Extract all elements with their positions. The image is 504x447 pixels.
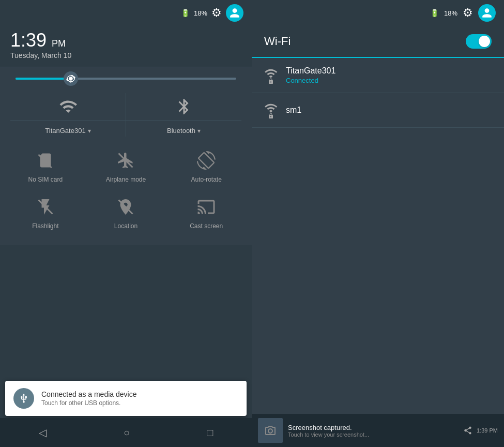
wifi-toggle[interactable] [466, 34, 492, 49]
wifi-network-list: TitanGate301 Connected sm1 [252, 58, 504, 422]
battery-text-right: 18% [444, 9, 457, 17]
screenshot-notification[interactable]: Screenshot captured. Touch to view your … [252, 414, 504, 447]
settings-icon-right[interactable]: ⚙ [463, 6, 473, 20]
bluetooth-tile-label: Bluetooth [167, 127, 195, 135]
usb-notification-title: Connected as a media device [41, 390, 238, 398]
wifi-tile-label: TitanGate301 [45, 127, 85, 135]
right-status-bar: 🔋 18% ⚙ [252, 0, 504, 26]
quick-settings-grid: No SIM card Airplane mode [0, 137, 252, 240]
location-tile[interactable]: Location [86, 188, 166, 235]
no-sim-label: No SIM card [28, 176, 63, 183]
screenshot-subtitle: Touch to view your screenshot... [288, 431, 458, 438]
left-status-bar: 🔋 18% ⚙ [0, 0, 252, 26]
usb-notification-card[interactable]: Connected as a media device Touch for ot… [5, 381, 247, 416]
wifi-item-text-titangate: TitanGate301 Connected [286, 66, 492, 84]
wifi-item-titangate[interactable]: TitanGate301 Connected [252, 58, 504, 93]
flashlight-tile[interactable]: Flashlight [5, 188, 86, 235]
bluetooth-tile[interactable]: Bluetooth ▾ [126, 93, 241, 137]
left-panel: 🔋 18% ⚙ 1:39 PM Tuesday, March 10 [0, 0, 252, 447]
screenshot-share-icon[interactable] [463, 426, 472, 435]
wifi-chevron-icon: ▾ [88, 127, 91, 135]
no-sim-icon [34, 149, 57, 172]
cast-screen-icon [195, 196, 218, 218]
wifi-signal-icon-sm1 [264, 101, 278, 119]
airplane-icon [114, 149, 137, 172]
wifi-item-text-sm1: sm1 [286, 106, 492, 115]
time-display: 1:39 PM [10, 31, 241, 50]
settings-icon-left[interactable]: ⚙ [211, 6, 222, 20]
date-display: Tuesday, March 10 [10, 51, 241, 59]
battery-icon-right: 🔋 [430, 9, 439, 17]
screenshot-actions: 1:39 PM [463, 426, 498, 435]
location-label: Location [114, 222, 138, 230]
user-avatar-right[interactable] [478, 4, 496, 22]
airplane-mode-tile[interactable]: Airplane mode [86, 142, 166, 188]
usb-icon [13, 388, 34, 409]
usb-notification-subtitle: Touch for other USB options. [41, 399, 238, 407]
screenshot-text-block: Screenshot captured. Touch to view your … [288, 424, 458, 438]
auto-rotate-label: Auto-rotate [191, 176, 221, 183]
brightness-slider[interactable] [16, 78, 236, 80]
airplane-mode-label: Airplane mode [106, 176, 146, 183]
wifi-item-sm1[interactable]: sm1 [252, 93, 504, 128]
battery-text-left: 18% [194, 9, 207, 17]
time-section: 1:39 PM Tuesday, March 10 [0, 26, 252, 67]
auto-rotate-tile[interactable]: Auto-rotate [166, 142, 247, 188]
home-button[interactable]: ○ [124, 427, 130, 439]
auto-rotate-icon [195, 149, 218, 172]
cast-screen-tile[interactable]: Cast screen [166, 188, 247, 235]
recents-button[interactable]: □ [207, 427, 213, 439]
cast-screen-label: Cast screen [190, 222, 223, 230]
navigation-bar: ◁ ○ □ [0, 418, 252, 447]
brightness-thumb[interactable] [64, 71, 78, 86]
flashlight-label: Flashlight [32, 222, 58, 230]
right-panel: 🔋 18% ⚙ Wi-Fi TitanGate301 Conne [252, 0, 504, 447]
quick-tiles-section: TitanGate301 ▾ Bluetooth ▾ [0, 88, 252, 245]
location-icon [114, 196, 137, 218]
wifi-network-status-titangate: Connected [286, 77, 492, 84]
wifi-network-name-titangate: TitanGate301 [286, 66, 492, 76]
wifi-signal-icon-titangate [264, 67, 278, 84]
wifi-header: Wi-Fi [252, 26, 504, 58]
user-avatar-left[interactable] [226, 4, 243, 22]
flashlight-icon [34, 196, 57, 218]
usb-notification-text: Connected as a media device Touch for ot… [41, 390, 238, 407]
screenshot-title: Screenshot captured. [288, 424, 458, 431]
screenshot-time: 1:39 PM [477, 427, 498, 434]
back-button[interactable]: ◁ [39, 426, 47, 439]
brightness-section [0, 67, 252, 88]
no-sim-tile[interactable]: No SIM card [5, 142, 86, 188]
bluetooth-chevron-icon: ▾ [197, 127, 201, 135]
wifi-title: Wi-Fi [264, 35, 291, 48]
wifi-network-name-sm1: sm1 [286, 106, 492, 115]
screenshot-thumbnail [258, 418, 283, 443]
toggle-knob [479, 36, 490, 47]
battery-icon-left: 🔋 [181, 9, 190, 17]
wifi-tile[interactable]: TitanGate301 ▾ [10, 93, 126, 137]
